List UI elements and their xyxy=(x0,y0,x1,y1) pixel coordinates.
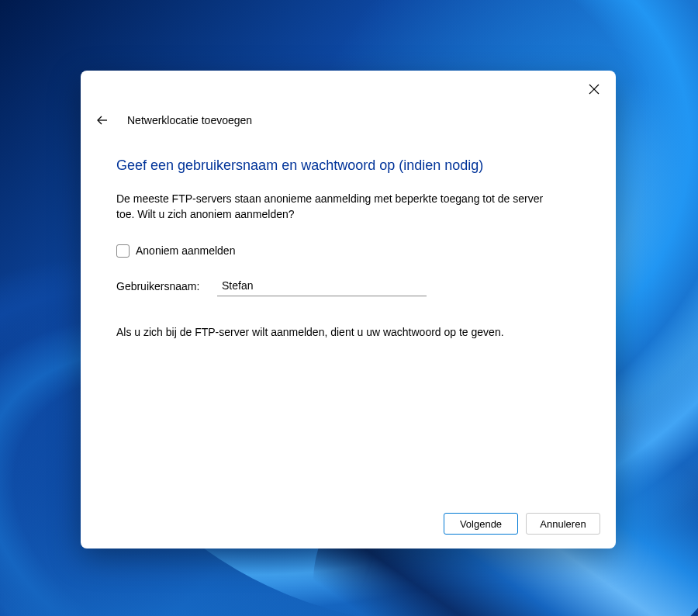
password-hint: Als u zich bij de FTP-server wilt aanmel… xyxy=(116,326,580,338)
username-field-row: Gebruikersnaam: xyxy=(116,276,580,296)
anonymous-checkbox-label: Anoniem aanmelden xyxy=(136,244,235,257)
page-heading: Geef een gebruikersnaam en wachtwoord op… xyxy=(116,157,580,174)
next-button[interactable]: Volgende xyxy=(444,513,518,535)
anonymous-checkbox[interactable] xyxy=(116,244,130,258)
page-description: De meeste FTP-servers staan anonieme aan… xyxy=(116,191,551,223)
dialog-titlebar xyxy=(81,71,616,103)
anonymous-checkbox-row: Anoniem aanmelden xyxy=(116,244,580,258)
cancel-button[interactable]: Annuleren xyxy=(526,513,600,535)
wizard-content: Geef een gebruikersnaam en wachtwoord op… xyxy=(81,128,616,500)
close-button[interactable] xyxy=(585,80,603,99)
close-icon xyxy=(589,84,600,95)
username-input[interactable] xyxy=(217,276,427,296)
wizard-title: Netwerklocatie toevoegen xyxy=(127,114,252,126)
back-arrow-icon xyxy=(96,114,109,126)
wizard-header-row: Netwerklocatie toevoegen xyxy=(81,103,616,128)
wizard-footer: Volgende Annuleren xyxy=(81,500,616,549)
username-label: Gebruikersnaam: xyxy=(116,280,208,292)
wizard-dialog: Netwerklocatie toevoegen Geef een gebrui… xyxy=(81,71,616,549)
back-button[interactable] xyxy=(95,112,110,128)
